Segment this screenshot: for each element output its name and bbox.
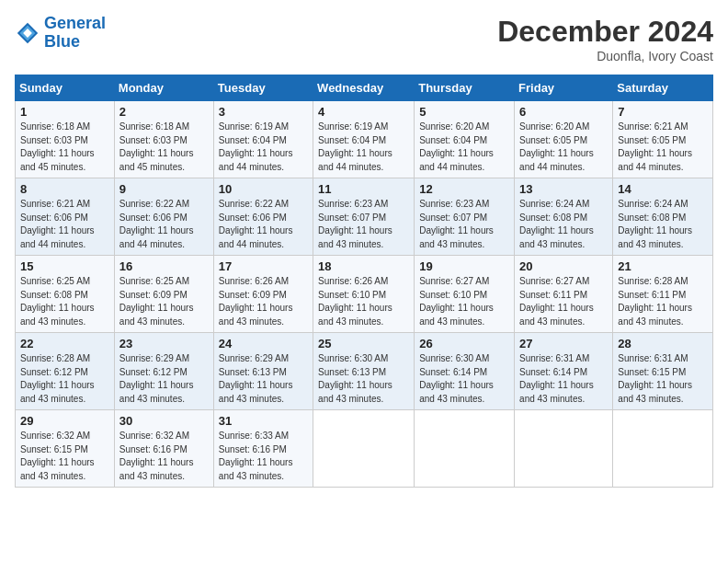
- day-number: 10: [219, 182, 308, 196]
- calendar-cell: 29Sunrise: 6:32 AMSunset: 6:15 PMDayligh…: [16, 410, 115, 488]
- calendar-week-row: 22Sunrise: 6:28 AMSunset: 6:12 PMDayligh…: [16, 333, 713, 410]
- calendar-cell: 25Sunrise: 6:30 AMSunset: 6:13 PMDayligh…: [313, 333, 415, 410]
- calendar-week-row: 8Sunrise: 6:21 AMSunset: 6:06 PMDaylight…: [16, 178, 713, 256]
- day-info: Sunrise: 6:29 AMSunset: 6:13 PMDaylight:…: [219, 352, 308, 406]
- month-year: December 2024: [497, 15, 713, 49]
- col-wednesday: Wednesday: [313, 75, 415, 101]
- day-number: 2: [119, 105, 209, 119]
- day-number: 4: [318, 105, 409, 119]
- day-info: Sunrise: 6:29 AMSunset: 6:12 PMDaylight:…: [119, 352, 209, 406]
- day-number: 14: [618, 182, 708, 196]
- calendar-cell: 10Sunrise: 6:22 AMSunset: 6:06 PMDayligh…: [213, 178, 313, 256]
- day-info: Sunrise: 6:31 AMSunset: 6:14 PMDaylight:…: [519, 352, 608, 406]
- calendar-cell: 28Sunrise: 6:31 AMSunset: 6:15 PMDayligh…: [613, 333, 713, 410]
- day-info: Sunrise: 6:32 AMSunset: 6:16 PMDaylight:…: [119, 430, 209, 483]
- day-info: Sunrise: 6:19 AMSunset: 6:04 PMDaylight:…: [318, 121, 409, 174]
- day-info: Sunrise: 6:33 AMSunset: 6:16 PMDaylight:…: [219, 430, 308, 483]
- calendar-cell: [515, 410, 613, 488]
- logo: General Blue: [15, 15, 106, 52]
- calendar-cell: 26Sunrise: 6:30 AMSunset: 6:14 PMDayligh…: [415, 333, 515, 410]
- day-number: 23: [119, 337, 209, 350]
- day-number: 13: [519, 182, 608, 196]
- calendar-header-row: Sunday Monday Tuesday Wednesday Thursday…: [16, 75, 713, 101]
- calendar-cell: 21Sunrise: 6:28 AMSunset: 6:11 PMDayligh…: [613, 256, 713, 333]
- calendar-cell: 16Sunrise: 6:25 AMSunset: 6:09 PMDayligh…: [114, 256, 213, 333]
- day-info: Sunrise: 6:26 AMSunset: 6:10 PMDaylight:…: [318, 275, 409, 328]
- day-info: Sunrise: 6:27 AMSunset: 6:11 PMDaylight:…: [519, 275, 608, 328]
- calendar-cell: 1Sunrise: 6:18 AMSunset: 6:03 PMDaylight…: [16, 101, 115, 178]
- calendar-cell: 6Sunrise: 6:20 AMSunset: 6:05 PMDaylight…: [515, 101, 613, 178]
- col-saturday: Saturday: [613, 75, 713, 101]
- col-friday: Friday: [515, 75, 613, 101]
- calendar-cell: 7Sunrise: 6:21 AMSunset: 6:05 PMDaylight…: [613, 101, 713, 178]
- day-number: 29: [20, 414, 109, 428]
- calendar-week-row: 29Sunrise: 6:32 AMSunset: 6:15 PMDayligh…: [16, 410, 713, 488]
- col-sunday: Sunday: [16, 75, 115, 101]
- calendar-cell: 9Sunrise: 6:22 AMSunset: 6:06 PMDaylight…: [114, 178, 213, 256]
- calendar-cell: 3Sunrise: 6:19 AMSunset: 6:04 PMDaylight…: [213, 101, 313, 178]
- day-number: 21: [618, 259, 708, 273]
- calendar-week-row: 1Sunrise: 6:18 AMSunset: 6:03 PMDaylight…: [16, 101, 713, 178]
- day-number: 12: [419, 182, 509, 196]
- day-number: 20: [519, 259, 608, 273]
- col-thursday: Thursday: [415, 75, 515, 101]
- calendar-cell: 2Sunrise: 6:18 AMSunset: 6:03 PMDaylight…: [114, 101, 213, 178]
- day-info: Sunrise: 6:18 AMSunset: 6:03 PMDaylight:…: [119, 121, 209, 174]
- calendar-cell: 14Sunrise: 6:24 AMSunset: 6:08 PMDayligh…: [613, 178, 713, 256]
- calendar-cell: 24Sunrise: 6:29 AMSunset: 6:13 PMDayligh…: [213, 333, 313, 410]
- logo-line1: General: [44, 14, 106, 32]
- day-number: 31: [219, 414, 308, 428]
- day-info: Sunrise: 6:27 AMSunset: 6:10 PMDaylight:…: [419, 275, 509, 328]
- col-monday: Monday: [114, 75, 213, 101]
- page-header: General Blue December 2024 Duonfla, Ivor…: [15, 15, 713, 63]
- calendar-table: Sunday Monday Tuesday Wednesday Thursday…: [15, 75, 713, 488]
- calendar-cell: 20Sunrise: 6:27 AMSunset: 6:11 PMDayligh…: [515, 256, 613, 333]
- day-info: Sunrise: 6:19 AMSunset: 6:04 PMDaylight:…: [219, 121, 308, 174]
- calendar-cell: [313, 410, 415, 488]
- day-number: 15: [20, 259, 109, 273]
- day-info: Sunrise: 6:25 AMSunset: 6:08 PMDaylight:…: [20, 275, 109, 328]
- day-info: Sunrise: 6:24 AMSunset: 6:08 PMDaylight:…: [618, 198, 708, 251]
- day-number: 7: [618, 105, 708, 119]
- day-number: 11: [318, 182, 409, 196]
- day-info: Sunrise: 6:21 AMSunset: 6:06 PMDaylight:…: [20, 198, 109, 251]
- calendar-cell: 19Sunrise: 6:27 AMSunset: 6:10 PMDayligh…: [415, 256, 515, 333]
- day-info: Sunrise: 6:32 AMSunset: 6:15 PMDaylight:…: [20, 430, 109, 483]
- calendar-cell: 12Sunrise: 6:23 AMSunset: 6:07 PMDayligh…: [415, 178, 515, 256]
- day-number: 22: [20, 337, 109, 350]
- calendar-cell: [613, 410, 713, 488]
- day-info: Sunrise: 6:22 AMSunset: 6:06 PMDaylight:…: [219, 198, 308, 251]
- day-info: Sunrise: 6:28 AMSunset: 6:11 PMDaylight:…: [618, 275, 708, 328]
- calendar-cell: 15Sunrise: 6:25 AMSunset: 6:08 PMDayligh…: [16, 256, 115, 333]
- calendar-cell: [415, 410, 515, 488]
- calendar-cell: 30Sunrise: 6:32 AMSunset: 6:16 PMDayligh…: [114, 410, 213, 488]
- day-info: Sunrise: 6:24 AMSunset: 6:08 PMDaylight:…: [519, 198, 608, 251]
- day-info: Sunrise: 6:31 AMSunset: 6:15 PMDaylight:…: [618, 352, 708, 406]
- day-number: 25: [318, 337, 409, 350]
- calendar-cell: 27Sunrise: 6:31 AMSunset: 6:14 PMDayligh…: [515, 333, 613, 410]
- calendar-cell: 22Sunrise: 6:28 AMSunset: 6:12 PMDayligh…: [16, 333, 115, 410]
- day-number: 5: [419, 105, 509, 119]
- day-number: 18: [318, 259, 409, 273]
- title-block: December 2024 Duonfla, Ivory Coast: [497, 15, 713, 63]
- day-info: Sunrise: 6:26 AMSunset: 6:09 PMDaylight:…: [219, 275, 308, 328]
- day-info: Sunrise: 6:20 AMSunset: 6:04 PMDaylight:…: [419, 121, 509, 174]
- day-number: 27: [519, 337, 608, 350]
- day-info: Sunrise: 6:22 AMSunset: 6:06 PMDaylight:…: [119, 198, 209, 251]
- calendar-cell: 17Sunrise: 6:26 AMSunset: 6:09 PMDayligh…: [213, 256, 313, 333]
- logo-icon: [15, 20, 40, 46]
- day-number: 26: [419, 337, 509, 350]
- day-number: 17: [219, 259, 308, 273]
- day-number: 6: [519, 105, 608, 119]
- calendar-cell: 11Sunrise: 6:23 AMSunset: 6:07 PMDayligh…: [313, 178, 415, 256]
- day-info: Sunrise: 6:28 AMSunset: 6:12 PMDaylight:…: [20, 352, 109, 406]
- calendar-cell: 18Sunrise: 6:26 AMSunset: 6:10 PMDayligh…: [313, 256, 415, 333]
- day-number: 16: [119, 259, 209, 273]
- day-info: Sunrise: 6:23 AMSunset: 6:07 PMDaylight:…: [318, 198, 409, 251]
- day-info: Sunrise: 6:18 AMSunset: 6:03 PMDaylight:…: [20, 121, 109, 174]
- day-info: Sunrise: 6:23 AMSunset: 6:07 PMDaylight:…: [419, 198, 509, 251]
- day-info: Sunrise: 6:30 AMSunset: 6:13 PMDaylight:…: [318, 352, 409, 406]
- day-info: Sunrise: 6:21 AMSunset: 6:05 PMDaylight:…: [618, 121, 708, 174]
- day-number: 8: [20, 182, 109, 196]
- day-number: 30: [119, 414, 209, 428]
